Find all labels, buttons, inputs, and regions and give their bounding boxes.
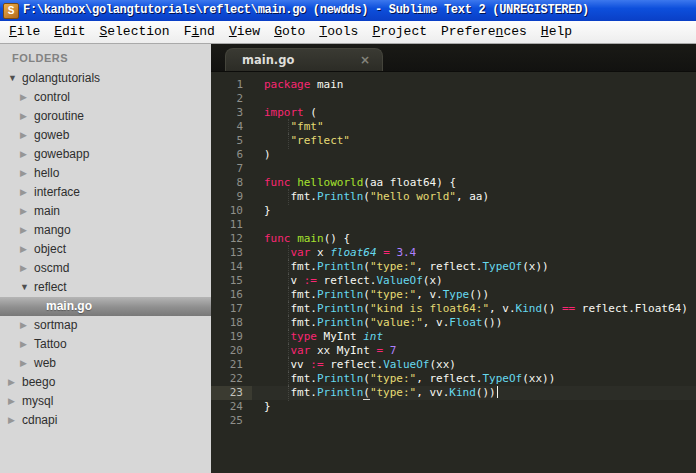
tab-close-icon[interactable]: × bbox=[360, 49, 382, 71]
tree-folder-goweb[interactable]: ▶goweb bbox=[0, 126, 211, 145]
code-line-24[interactable]: 24} bbox=[211, 400, 696, 414]
code-line-15[interactable]: 15 v := reflect.ValueOf(x) bbox=[211, 274, 696, 288]
chevron-right-icon[interactable]: ▶ bbox=[20, 335, 27, 354]
code-token: var bbox=[290, 246, 310, 259]
tree-folder-mango[interactable]: ▶mango bbox=[0, 221, 211, 240]
tree-folder-object[interactable]: ▶object bbox=[0, 240, 211, 259]
code-token: ( bbox=[363, 288, 370, 301]
tree-folder-mysql[interactable]: ▶mysql bbox=[0, 392, 211, 411]
line-source: fmt.Println("kind is float64:", v.Kind()… bbox=[252, 302, 696, 316]
line-number: 7 bbox=[211, 162, 252, 176]
tree-folder-gowebapp[interactable]: ▶gowebapp bbox=[0, 145, 211, 164]
tab-main-go[interactable]: main.go × bbox=[225, 48, 383, 71]
code-line-10[interactable]: 10} bbox=[211, 204, 696, 218]
line-number: 3 bbox=[211, 106, 252, 120]
menu-item-preferences[interactable]: Preferences bbox=[434, 21, 534, 43]
tree-folder-control[interactable]: ▶control bbox=[0, 88, 211, 107]
tab-bar: main.go × bbox=[211, 44, 696, 72]
tree-folder-cdnapi[interactable]: ▶cdnapi bbox=[0, 411, 211, 430]
menu-item-view[interactable]: View bbox=[222, 21, 267, 43]
menu-item-find[interactable]: Find bbox=[177, 21, 222, 43]
code-token: fmt. bbox=[290, 260, 317, 273]
line-number: 16 bbox=[211, 288, 252, 302]
line-number: 24 bbox=[211, 400, 252, 414]
code-line-17[interactable]: 17 fmt.Println("kind is float64:", v.Kin… bbox=[211, 302, 696, 316]
tree-file-main.go[interactable]: main.go bbox=[0, 297, 211, 316]
code-token: package bbox=[264, 78, 310, 91]
tree-folder-beego[interactable]: ▶beego bbox=[0, 373, 211, 392]
code-line-1[interactable]: 1package main bbox=[211, 78, 696, 92]
code-line-25[interactable]: 25 bbox=[211, 414, 696, 428]
tree-folder-sortmap[interactable]: ▶sortmap bbox=[0, 316, 211, 335]
code-line-22[interactable]: 22 fmt.Println("type:", reflect.TypeOf(x… bbox=[211, 372, 696, 386]
chevron-right-icon[interactable]: ▶ bbox=[20, 126, 27, 145]
chevron-right-icon[interactable]: ▶ bbox=[8, 392, 15, 411]
chevron-right-icon[interactable]: ▶ bbox=[20, 202, 27, 221]
chevron-right-icon[interactable]: ▶ bbox=[20, 240, 27, 259]
sublime-logo-icon[interactable]: S bbox=[3, 3, 19, 19]
menu-item-selection[interactable]: Selection bbox=[92, 21, 176, 43]
code-token: ()) bbox=[482, 316, 502, 329]
code-line-19[interactable]: 19 type MyInt int bbox=[211, 330, 696, 344]
code-token: Kind bbox=[516, 302, 543, 315]
code-line-13[interactable]: 13 var x float64 = 3.4 bbox=[211, 246, 696, 260]
code-line-12[interactable]: 12func main() { bbox=[211, 232, 696, 246]
code-line-3[interactable]: 3import ( bbox=[211, 106, 696, 120]
code-line-2[interactable]: 2 bbox=[211, 92, 696, 106]
code-line-7[interactable]: 7 bbox=[211, 162, 696, 176]
tree-folder-reflect[interactable]: ▼reflect bbox=[0, 278, 211, 297]
chevron-right-icon[interactable]: ▶ bbox=[20, 354, 27, 373]
code-line-18[interactable]: 18 fmt.Println("value:", v.Float()) bbox=[211, 316, 696, 330]
code-line-23[interactable]: 23 fmt.Println("type:", vv.Kind()) bbox=[211, 386, 696, 400]
chevron-right-icon[interactable]: ▶ bbox=[20, 259, 27, 278]
tree-folder-interface[interactable]: ▶interface bbox=[0, 183, 211, 202]
code-editor[interactable]: 1package main23import (4 "fmt"5 "reflect… bbox=[211, 72, 696, 473]
tree-folder-tattoo[interactable]: ▶Tattoo bbox=[0, 335, 211, 354]
menu-item-help[interactable]: Help bbox=[534, 21, 579, 43]
tree-folder-goroutine[interactable]: ▶goroutine bbox=[0, 107, 211, 126]
code-line-4[interactable]: 4 "fmt" bbox=[211, 120, 696, 134]
tree-folder-golangtutorials[interactable]: ▼golangtutorials bbox=[0, 69, 211, 88]
menu-item-goto[interactable]: Goto bbox=[267, 21, 312, 43]
code-token: fmt. bbox=[290, 302, 317, 315]
code-token: := bbox=[304, 274, 317, 287]
chevron-right-icon[interactable]: ▶ bbox=[20, 107, 27, 126]
chevron-right-icon[interactable]: ▶ bbox=[20, 164, 27, 183]
line-source: } bbox=[252, 400, 696, 414]
code-line-11[interactable]: 11 bbox=[211, 218, 696, 232]
code-line-14[interactable]: 14 fmt.Println("type:", reflect.TypeOf(x… bbox=[211, 260, 696, 274]
window-title: F:\kanbox\golangtutorials\reflect\main.g… bbox=[23, 0, 589, 21]
code-token bbox=[264, 134, 290, 148]
code-token bbox=[264, 358, 290, 372]
chevron-right-icon[interactable]: ▶ bbox=[20, 316, 27, 335]
chevron-right-icon[interactable]: ▶ bbox=[20, 183, 27, 202]
tree-folder-main[interactable]: ▶main bbox=[0, 202, 211, 221]
chevron-right-icon[interactable]: ▶ bbox=[20, 221, 27, 240]
code-line-16[interactable]: 16 fmt.Println("type:", v.Type()) bbox=[211, 288, 696, 302]
menu-item-project[interactable]: Project bbox=[365, 21, 434, 43]
tree-folder-hello[interactable]: ▶hello bbox=[0, 164, 211, 183]
code-line-6[interactable]: 6) bbox=[211, 148, 696, 162]
menu-item-edit[interactable]: Edit bbox=[47, 21, 92, 43]
code-line-20[interactable]: 20 var xx MyInt = 7 bbox=[211, 344, 696, 358]
chevron-right-icon[interactable]: ▶ bbox=[20, 145, 27, 164]
tree-folder-web[interactable]: ▶web bbox=[0, 354, 211, 373]
code-token: Kind bbox=[449, 386, 476, 399]
code-line-5[interactable]: 5 "reflect" bbox=[211, 134, 696, 148]
line-source: func main() { bbox=[252, 232, 696, 246]
code-token: type bbox=[290, 330, 317, 343]
chevron-right-icon[interactable]: ▶ bbox=[8, 373, 15, 392]
titlebar[interactable]: S F:\kanbox\golangtutorials\reflect\main… bbox=[0, 0, 696, 21]
code-line-21[interactable]: 21 vv := reflect.ValueOf(xx) bbox=[211, 358, 696, 372]
code-line-9[interactable]: 9 fmt.Println("hello world", aa) bbox=[211, 190, 696, 204]
chevron-down-icon[interactable]: ▼ bbox=[8, 69, 17, 88]
chevron-right-icon[interactable]: ▶ bbox=[20, 88, 27, 107]
menu-item-tools[interactable]: Tools bbox=[312, 21, 365, 43]
editor-pane: main.go × 1package main23import (4 "fmt"… bbox=[211, 44, 696, 473]
menu-item-file[interactable]: File bbox=[2, 21, 47, 43]
code-line-8[interactable]: 8func helloworld(aa float64) { bbox=[211, 176, 696, 190]
tree-item-label: main bbox=[34, 202, 60, 221]
chevron-right-icon[interactable]: ▶ bbox=[8, 411, 15, 430]
tree-folder-oscmd[interactable]: ▶oscmd bbox=[0, 259, 211, 278]
chevron-down-icon[interactable]: ▼ bbox=[20, 278, 29, 297]
